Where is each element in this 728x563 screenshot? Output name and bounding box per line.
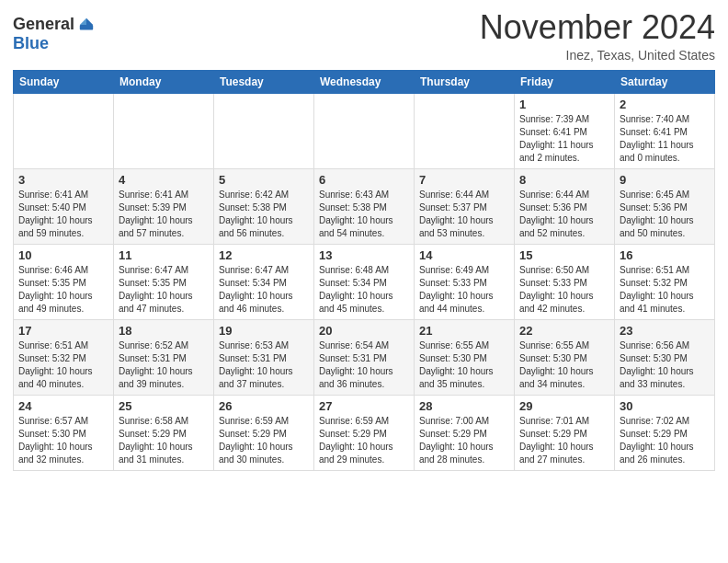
weekday-header: Wednesday	[314, 70, 415, 93]
day-number: 22	[519, 324, 609, 338]
calendar-cell: 22Sunrise: 6:55 AM Sunset: 5:30 PM Dayli…	[515, 319, 615, 395]
svg-rect-2	[80, 25, 93, 29]
day-number: 3	[18, 173, 108, 187]
day-number: 24	[18, 399, 108, 413]
calendar-cell: 7Sunrise: 6:44 AM Sunset: 5:37 PM Daylig…	[415, 168, 515, 244]
day-number: 16	[620, 248, 710, 262]
day-info: Sunrise: 7:01 AM Sunset: 5:29 PM Dayligh…	[519, 415, 609, 466]
calendar-cell: 13Sunrise: 6:48 AM Sunset: 5:34 PM Dayli…	[314, 244, 415, 319]
calendar-cell: 21Sunrise: 6:55 AM Sunset: 5:30 PM Dayli…	[415, 319, 515, 395]
day-number: 10	[18, 248, 108, 262]
page: General Blue November 2024 Inez, Texas, …	[0, 0, 728, 484]
day-info: Sunrise: 6:41 AM Sunset: 5:40 PM Dayligh…	[18, 189, 108, 240]
calendar-week-row: 3Sunrise: 6:41 AM Sunset: 5:40 PM Daylig…	[14, 168, 715, 244]
calendar-cell: 5Sunrise: 6:42 AM Sunset: 5:38 PM Daylig…	[214, 168, 314, 244]
calendar-cell	[14, 93, 114, 168]
day-number: 23	[620, 324, 710, 338]
day-info: Sunrise: 6:56 AM Sunset: 5:30 PM Dayligh…	[620, 339, 710, 391]
calendar-cell: 20Sunrise: 6:54 AM Sunset: 5:31 PM Dayli…	[314, 319, 415, 395]
day-info: Sunrise: 7:40 AM Sunset: 6:41 PM Dayligh…	[620, 113, 710, 165]
day-number: 21	[419, 324, 509, 338]
calendar-cell: 18Sunrise: 6:52 AM Sunset: 5:31 PM Dayli…	[114, 319, 214, 395]
calendar-cell: 10Sunrise: 6:46 AM Sunset: 5:35 PM Dayli…	[14, 244, 114, 319]
weekday-header: Thursday	[415, 70, 515, 93]
calendar-cell: 29Sunrise: 7:01 AM Sunset: 5:29 PM Dayli…	[515, 395, 615, 470]
day-number: 14	[419, 248, 509, 262]
calendar-cell: 6Sunrise: 6:43 AM Sunset: 5:38 PM Daylig…	[314, 168, 415, 244]
calendar-week-row: 1Sunrise: 7:39 AM Sunset: 6:41 PM Daylig…	[14, 93, 715, 168]
weekday-header: Saturday	[615, 70, 715, 93]
day-info: Sunrise: 6:49 AM Sunset: 5:33 PM Dayligh…	[419, 264, 509, 316]
day-number: 7	[419, 173, 509, 187]
calendar-cell: 11Sunrise: 6:47 AM Sunset: 5:35 PM Dayli…	[114, 244, 214, 319]
day-info: Sunrise: 6:59 AM Sunset: 5:29 PM Dayligh…	[219, 415, 309, 466]
calendar-week-row: 10Sunrise: 6:46 AM Sunset: 5:35 PM Dayli…	[14, 244, 715, 319]
calendar-cell: 26Sunrise: 6:59 AM Sunset: 5:29 PM Dayli…	[214, 395, 314, 470]
svg-marker-0	[86, 17, 93, 24]
calendar-cell: 24Sunrise: 6:57 AM Sunset: 5:30 PM Dayli…	[14, 395, 114, 470]
day-number: 27	[319, 399, 409, 413]
calendar-cell: 2Sunrise: 7:40 AM Sunset: 6:41 PM Daylig…	[615, 93, 715, 168]
day-info: Sunrise: 6:44 AM Sunset: 5:37 PM Dayligh…	[419, 189, 509, 240]
weekday-header: Sunday	[14, 70, 114, 93]
day-number: 13	[319, 248, 409, 262]
calendar-cell: 17Sunrise: 6:51 AM Sunset: 5:32 PM Dayli…	[14, 319, 114, 395]
day-info: Sunrise: 6:52 AM Sunset: 5:31 PM Dayligh…	[119, 339, 209, 391]
day-info: Sunrise: 6:47 AM Sunset: 5:34 PM Dayligh…	[219, 264, 309, 316]
day-number: 26	[219, 399, 309, 413]
day-number: 18	[119, 324, 209, 338]
day-number: 17	[18, 324, 108, 338]
location: Inez, Texas, United States	[480, 48, 715, 63]
calendar-cell	[314, 93, 415, 168]
day-info: Sunrise: 6:57 AM Sunset: 5:30 PM Dayligh…	[18, 415, 108, 466]
day-info: Sunrise: 6:58 AM Sunset: 5:29 PM Dayligh…	[119, 415, 209, 466]
weekday-header: Friday	[515, 70, 615, 93]
day-number: 11	[119, 248, 209, 262]
calendar-cell	[114, 93, 214, 168]
calendar-cell: 12Sunrise: 6:47 AM Sunset: 5:34 PM Dayli…	[214, 244, 314, 319]
calendar-cell	[214, 93, 314, 168]
day-info: Sunrise: 6:43 AM Sunset: 5:38 PM Dayligh…	[319, 189, 409, 240]
day-info: Sunrise: 6:54 AM Sunset: 5:31 PM Dayligh…	[319, 339, 409, 391]
calendar-header-row: SundayMondayTuesdayWednesdayThursdayFrid…	[14, 70, 715, 93]
day-number: 6	[319, 173, 409, 187]
day-info: Sunrise: 6:48 AM Sunset: 5:34 PM Dayligh…	[319, 264, 409, 316]
day-info: Sunrise: 7:39 AM Sunset: 6:41 PM Dayligh…	[519, 113, 609, 165]
calendar-table: SundayMondayTuesdayWednesdayThursdayFrid…	[13, 70, 715, 471]
calendar-cell: 3Sunrise: 6:41 AM Sunset: 5:40 PM Daylig…	[14, 168, 114, 244]
month-title: November 2024	[480, 9, 715, 46]
day-info: Sunrise: 6:42 AM Sunset: 5:38 PM Dayligh…	[219, 189, 309, 240]
day-info: Sunrise: 6:55 AM Sunset: 5:30 PM Dayligh…	[419, 339, 509, 391]
calendar-week-row: 17Sunrise: 6:51 AM Sunset: 5:32 PM Dayli…	[14, 319, 715, 395]
day-number: 2	[620, 98, 710, 111]
calendar-cell: 9Sunrise: 6:45 AM Sunset: 5:36 PM Daylig…	[615, 168, 715, 244]
day-info: Sunrise: 6:59 AM Sunset: 5:29 PM Dayligh…	[319, 415, 409, 466]
day-info: Sunrise: 7:00 AM Sunset: 5:29 PM Dayligh…	[419, 415, 509, 466]
day-number: 28	[419, 399, 509, 413]
svg-marker-1	[80, 17, 86, 24]
day-info: Sunrise: 6:51 AM Sunset: 5:32 PM Dayligh…	[620, 264, 710, 316]
day-number: 20	[319, 324, 409, 338]
calendar-cell	[415, 93, 515, 168]
calendar-cell: 25Sunrise: 6:58 AM Sunset: 5:29 PM Dayli…	[114, 395, 214, 470]
calendar-cell: 19Sunrise: 6:53 AM Sunset: 5:31 PM Dayli…	[214, 319, 314, 395]
weekday-header: Monday	[114, 70, 214, 93]
day-number: 25	[119, 399, 209, 413]
weekday-header: Tuesday	[214, 70, 314, 93]
calendar-week-row: 24Sunrise: 6:57 AM Sunset: 5:30 PM Dayli…	[14, 395, 715, 470]
header: General Blue November 2024 Inez, Texas, …	[13, 9, 715, 63]
day-info: Sunrise: 7:02 AM Sunset: 5:29 PM Dayligh…	[620, 415, 710, 466]
calendar-cell: 15Sunrise: 6:50 AM Sunset: 5:33 PM Dayli…	[515, 244, 615, 319]
day-number: 29	[519, 399, 609, 413]
day-number: 5	[219, 173, 309, 187]
logo: General Blue	[13, 9, 95, 53]
calendar-cell: 30Sunrise: 7:02 AM Sunset: 5:29 PM Dayli…	[615, 395, 715, 470]
day-info: Sunrise: 6:51 AM Sunset: 5:32 PM Dayligh…	[18, 339, 108, 391]
logo-blue-text: Blue	[13, 34, 49, 52]
day-number: 9	[620, 173, 710, 187]
day-info: Sunrise: 6:47 AM Sunset: 5:35 PM Dayligh…	[119, 264, 209, 316]
day-info: Sunrise: 6:55 AM Sunset: 5:30 PM Dayligh…	[519, 339, 609, 391]
day-info: Sunrise: 6:46 AM Sunset: 5:35 PM Dayligh…	[18, 264, 108, 316]
day-number: 30	[620, 399, 710, 413]
logo-general-text: General	[13, 15, 74, 34]
